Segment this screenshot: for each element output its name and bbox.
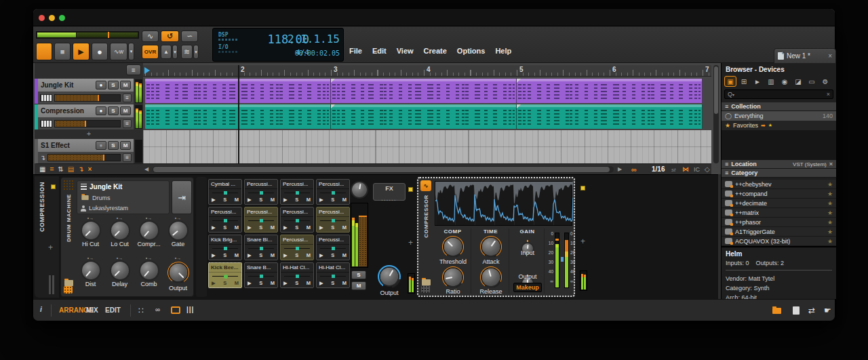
project-tab[interactable]: New 1 * × — [774, 48, 836, 64]
pad-mute-button[interactable]: M — [235, 252, 239, 258]
category-section-header[interactable]: ≡Category — [722, 169, 836, 178]
files-tab-icon[interactable]: ▭ — [806, 76, 818, 87]
menu-edit[interactable]: Edit — [372, 47, 387, 55]
plugin-row[interactable]: ++phasor★ — [722, 218, 836, 227]
pad-meter-fader[interactable] — [351, 203, 368, 268]
play-start-marker[interactable] — [144, 67, 150, 74]
drum-pad[interactable]: Kick Brig...▶SM — [208, 235, 242, 260]
pad-solo-button[interactable]: S — [331, 280, 334, 286]
pad-play-button[interactable]: ▶ — [319, 252, 323, 258]
plugin-row[interactable]: ++decimate★ — [722, 199, 836, 208]
drum-pad[interactable]: Percussi...▶SM — [280, 179, 314, 205]
pad-volume-slider[interactable] — [320, 275, 346, 278]
pad-play-button[interactable]: ▶ — [212, 224, 216, 231]
pad-play-button[interactable]: ▶ — [212, 280, 216, 286]
ic-snap-icon[interactable]: IC — [694, 166, 700, 173]
cube-snap-icon[interactable]: ◇ — [705, 165, 710, 173]
midi-clip[interactable] — [517, 79, 703, 103]
track-row-s1-effect[interactable]: S1 Effect ● S M ↴ ≡ — [35, 139, 143, 163]
midi-clip[interactable] — [331, 104, 517, 129]
pad-play-button[interactable]: ▶ — [248, 197, 252, 203]
track-volume-fader[interactable] — [54, 120, 121, 127]
pad-volume-slider[interactable] — [284, 275, 310, 278]
add-track-button[interactable]: + — [35, 129, 143, 139]
plugin-row[interactable]: ++chebyshev★ — [722, 180, 836, 189]
routing-icon[interactable]: ∷ — [138, 306, 144, 315]
device-expand-button[interactable]: ⇥ — [172, 180, 192, 214]
pad-mute-button[interactable]: M — [271, 252, 275, 258]
drum-pad[interactable]: Cymbal ...▶SM — [208, 179, 242, 205]
pad-play-button[interactable]: ▶ — [212, 252, 216, 258]
attack-knob[interactable] — [480, 236, 502, 258]
drum-machine-device[interactable]: DRUM MACHINE Jungle Kit Drums Lukaslyres… — [60, 177, 194, 297]
clear-search-icon[interactable]: × — [827, 91, 830, 98]
favorite-star-icon[interactable]: ★ — [827, 209, 833, 216]
pad-volume-slider[interactable] — [212, 275, 238, 278]
favorite-star-icon[interactable]: ★ — [827, 181, 833, 188]
empty-track-lane[interactable] — [143, 130, 711, 163]
pad-solo-button[interactable]: S — [223, 280, 226, 286]
track-arm-button[interactable]: ● — [96, 141, 106, 150]
device-chain-marker[interactable] — [51, 184, 56, 189]
track-row-compression[interactable]: Compression ● S M ≡ — [35, 104, 143, 129]
plugin-row[interactable]: ++compand★ — [722, 189, 836, 199]
play-button[interactable]: ▶ — [73, 43, 90, 60]
transport-display[interactable]: DSP I/O 118.00 4/4 2.1.1.15 00:00:02.05 — [212, 28, 344, 62]
mixer-view-icon[interactable]: ||| — [186, 306, 194, 313]
grid-resolution-value[interactable]: 1/16 — [652, 165, 665, 173]
macro-knob-delay[interactable]: •→Delay — [105, 256, 134, 296]
compressor-icon[interactable]: ∿ — [420, 180, 431, 191]
automation-write-button[interactable]: ∿w — [110, 43, 127, 60]
menu-options[interactable]: Options — [457, 47, 486, 55]
track-height-icon[interactable]: = — [50, 165, 54, 173]
preset-name[interactable]: Jungle Kit — [90, 183, 122, 191]
menu-create[interactable]: Create — [424, 47, 447, 55]
track-solo-button[interactable]: S — [108, 141, 119, 150]
preset-info-box[interactable]: Jungle Kit Drums Lukaslyrestam — [77, 180, 170, 214]
expanded-view-icon[interactable] — [421, 285, 430, 293]
preset-folder-icon[interactable] — [422, 279, 431, 285]
pad-volume-slider[interactable] — [320, 219, 346, 222]
pad-solo-button[interactable]: S — [351, 271, 366, 279]
pad-volume-slider[interactable] — [248, 247, 274, 250]
plugin-row[interactable]: A1TriggerGate★ — [722, 227, 836, 237]
pad-volume-slider[interactable] — [248, 219, 274, 222]
view-tab-edit[interactable]: EDIT — [105, 306, 121, 314]
fade-icon-button[interactable]: ∿ — [142, 31, 159, 42]
drum-pad[interactable]: Hi-Hat Cl...▶SM — [280, 262, 314, 288]
ramp-icon-button[interactable]: ∽ — [181, 31, 198, 42]
inspector-toggle-icon[interactable] — [793, 306, 800, 315]
pad-mute-button[interactable]: M — [271, 224, 275, 231]
chain-icon[interactable]: ∞ — [155, 306, 160, 313]
track-volume-fader[interactable] — [54, 94, 121, 102]
pad-mute-button[interactable]: M — [307, 224, 311, 231]
plugin-row[interactable]: ++matrix★ — [722, 208, 836, 218]
location-section-header[interactable]: ≡LocationVST (System)× — [722, 160, 836, 169]
pad-volume-slider[interactable] — [284, 219, 310, 222]
menu-file[interactable]: File — [349, 47, 362, 55]
track-mute-button[interactable]: M — [120, 81, 131, 89]
swing-label[interactable]: st — [671, 167, 675, 173]
release-knob[interactable] — [480, 266, 502, 288]
pad-volume-slider[interactable] — [212, 191, 238, 195]
macro-knob-hi-cut[interactable]: •→Hi Cut — [76, 216, 105, 256]
device-chain-marker[interactable] — [408, 187, 413, 192]
vertical-scrollbar[interactable] — [713, 65, 719, 163]
pad-mute-button[interactable]: M — [342, 280, 347, 286]
track-arm-button[interactable]: ● — [96, 81, 106, 89]
pad-solo-button[interactable]: S — [295, 224, 298, 231]
browser-toggle-icon[interactable] — [772, 308, 781, 314]
favorite-star-icon[interactable]: ★ — [827, 191, 833, 197]
track-menu-button[interactable]: ≡ — [123, 94, 132, 102]
presets-tab-icon[interactable]: ► — [751, 76, 764, 87]
pad-play-button[interactable]: ▶ — [283, 280, 288, 286]
samples-tab-icon[interactable]: ◉ — [778, 76, 791, 87]
drum-pad[interactable]: Snare B...▶SM — [244, 262, 278, 288]
pad-solo-button[interactable]: S — [259, 197, 262, 203]
remove-filter-icon[interactable]: × — [829, 161, 833, 167]
project-close-icon[interactable]: × — [828, 52, 832, 60]
mappings-icon[interactable]: ⇄ — [808, 306, 815, 315]
collection-favorites[interactable]: ★Favorites➡★ — [722, 121, 836, 130]
pad-solo-button[interactable]: S — [331, 197, 334, 203]
loop-button[interactable]: ↺ — [161, 31, 179, 42]
